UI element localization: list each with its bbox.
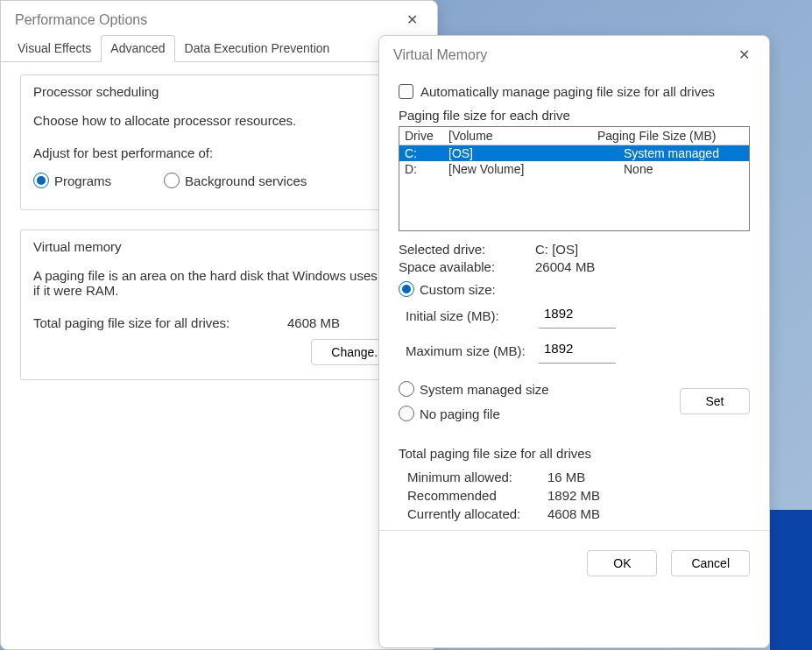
performance-options-window: Performance Options ✕ Visual Effects Adv… — [0, 0, 438, 650]
drive-list-header: Drive [Volume Paging File Size (MB) — [399, 127, 749, 145]
drive-size: None — [624, 162, 744, 176]
drive-volume: [New Volume] — [448, 162, 624, 176]
space-label: Space available: — [399, 259, 535, 274]
totals-group: Total paging file size for all drives Mi… — [399, 446, 750, 521]
perf-tabs: Visual Effects Advanced Data Execution P… — [1, 35, 437, 62]
drive-letter: C: — [405, 146, 448, 160]
initial-size-input[interactable] — [539, 302, 616, 329]
cur-label: Currently allocated: — [407, 506, 547, 521]
adjust-label: Adjust for best performance of: — [33, 145, 405, 160]
initial-size-row: Initial size (MB): — [399, 302, 750, 329]
tab-dep[interactable]: Data Execution Prevention — [175, 35, 340, 61]
vm-total-label: Total paging file size for all drives: — [33, 315, 287, 330]
radio-custom-size[interactable]: Custom size: — [399, 281, 750, 297]
perf-title: Performance Options — [15, 12, 147, 28]
drive-volume: [OS] — [448, 146, 624, 160]
rec-value: 1892 MB — [547, 488, 600, 503]
hdr-drive: Drive — [405, 129, 448, 143]
radio-icon — [399, 381, 414, 397]
radio-programs[interactable]: Programs — [33, 173, 111, 188]
vm-desc: A paging file is an area on the hard dis… — [33, 268, 405, 298]
selected-drive-label: Selected drive: — [399, 242, 535, 257]
radio-system-managed[interactable]: System managed size — [399, 381, 549, 397]
perf-content: Processor scheduling Choose how to alloc… — [1, 62, 437, 412]
radio-programs-label: Programs — [54, 173, 111, 188]
radio-icon-checked — [399, 281, 414, 297]
vm-group-title: Virtual memory — [28, 239, 127, 254]
no-paging-label: No paging file — [420, 406, 500, 421]
auto-manage-row[interactable]: Automatically manage paging file size fo… — [399, 84, 750, 99]
radio-icon-checked — [33, 173, 49, 188]
rec-label: Recommended — [407, 488, 547, 503]
max-size-label: Maximum size (MB): — [406, 343, 528, 358]
auto-manage-label: Automatically manage paging file size fo… — [420, 84, 715, 99]
radio-icon — [399, 406, 414, 421]
max-size-row: Maximum size (MB): — [399, 337, 750, 364]
ok-button[interactable]: OK — [587, 550, 657, 576]
virtual-memory-group: Virtual memory A paging file is an area … — [20, 230, 418, 380]
tab-visual-effects[interactable]: Visual Effects — [8, 35, 101, 61]
totals-title: Total paging file size for all drives — [399, 446, 750, 461]
selected-drive-row: Selected drive: C: [OS] — [399, 242, 750, 257]
min-row: Minimum allowed: 16 MB — [399, 470, 750, 484]
initial-size-label: Initial size (MB): — [406, 308, 528, 323]
close-icon[interactable]: ✕ — [401, 10, 423, 30]
separator — [379, 530, 769, 531]
set-row: System managed size No paging file Set — [399, 372, 750, 430]
hdr-volume: [Volume — [448, 129, 597, 143]
ok-cancel-row: OK Cancel — [399, 550, 750, 576]
paging-size-title: Paging file size for each drive — [399, 108, 750, 123]
rec-row: Recommended 1892 MB — [399, 488, 750, 503]
proc-sched-desc: Choose how to allocate processor resourc… — [33, 113, 405, 128]
drive-list[interactable]: Drive [Volume Paging File Size (MB) C: [… — [399, 126, 750, 231]
vm-total-value: 4608 MB — [287, 315, 340, 330]
perf-title-bar: Performance Options ✕ — [1, 1, 437, 35]
radio-background-services[interactable]: Background services — [164, 173, 307, 188]
proc-sched-title: Processor scheduling — [28, 84, 164, 99]
space-value: 26004 MB — [535, 259, 595, 274]
virtual-memory-window: Virtual Memory ✕ Automatically manage pa… — [378, 35, 770, 648]
cancel-button[interactable]: Cancel — [671, 550, 750, 576]
min-value: 16 MB — [547, 470, 585, 484]
radio-no-paging[interactable]: No paging file — [399, 406, 549, 421]
drive-size: System managed — [624, 146, 744, 160]
vm-total-row: Total paging file size for all drives: 4… — [33, 315, 405, 330]
custom-size-label: Custom size: — [420, 282, 496, 297]
size-radio-stack: System managed size No paging file — [399, 381, 549, 421]
cur-value: 4608 MB — [547, 506, 600, 521]
checkbox-icon[interactable] — [399, 84, 413, 99]
proc-radio-row: Programs Background services — [33, 173, 405, 188]
drive-row-d[interactable]: D: [New Volume] None — [399, 161, 749, 177]
selected-drive-value: C: [OS] — [535, 242, 578, 257]
radio-background-label: Background services — [185, 173, 307, 188]
set-button[interactable]: Set — [680, 388, 750, 414]
close-icon[interactable]: ✕ — [733, 45, 755, 65]
desktop-background — [770, 510, 812, 650]
vm-body: Automatically manage paging file size fo… — [379, 70, 769, 590]
vm-title: Virtual Memory — [393, 47, 487, 63]
space-available-row: Space available: 26004 MB — [399, 259, 750, 274]
hdr-size: Paging File Size (MB) — [597, 129, 744, 143]
vm-title-bar: Virtual Memory ✕ — [379, 36, 769, 70]
max-size-input[interactable] — [539, 337, 616, 364]
drive-letter: D: — [405, 162, 448, 176]
tab-advanced[interactable]: Advanced — [101, 35, 174, 62]
processor-scheduling-group: Processor scheduling Choose how to alloc… — [20, 74, 418, 210]
cur-row: Currently allocated: 4608 MB — [399, 506, 750, 521]
radio-icon — [164, 173, 180, 188]
drive-row-c[interactable]: C: [OS] System managed — [399, 145, 749, 161]
system-managed-label: System managed size — [420, 382, 549, 397]
min-label: Minimum allowed: — [407, 470, 547, 484]
